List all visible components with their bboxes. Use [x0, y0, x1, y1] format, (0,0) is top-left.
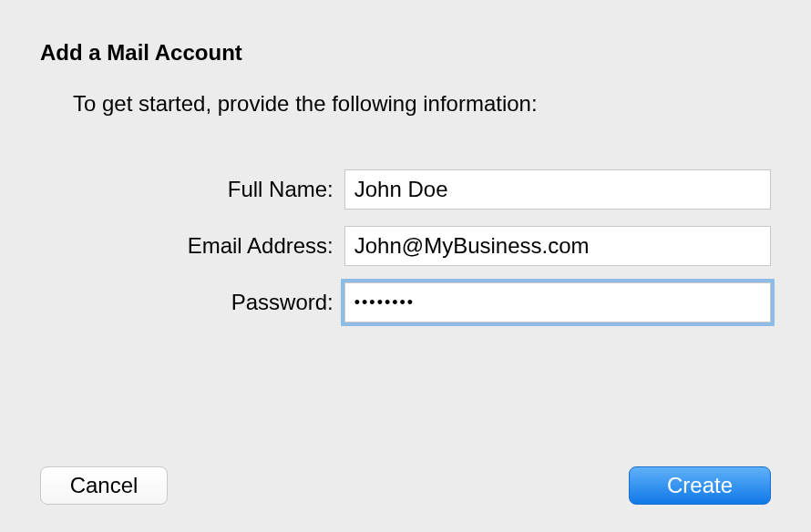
add-mail-account-dialog: Add a Mail Account To get started, provi…	[0, 0, 811, 322]
account-form: Full Name: Email Address: Password: ••••…	[40, 169, 771, 322]
email-label: Email Address:	[40, 233, 344, 259]
full-name-row: Full Name:	[40, 169, 771, 210]
password-row: Password: ••••••••	[40, 282, 771, 322]
create-button[interactable]: Create	[629, 466, 771, 505]
button-bar: Cancel Create	[40, 466, 771, 505]
full-name-label: Full Name:	[40, 177, 344, 202]
email-row: Email Address:	[40, 226, 771, 266]
password-input[interactable]: ••••••••	[344, 282, 771, 322]
email-input[interactable]	[344, 226, 771, 266]
full-name-input[interactable]	[344, 169, 771, 210]
dialog-title: Add a Mail Account	[40, 40, 771, 66]
password-label: Password:	[40, 290, 344, 315]
dialog-subtitle: To get started, provide the following in…	[73, 91, 771, 117]
cancel-button[interactable]: Cancel	[40, 466, 168, 505]
